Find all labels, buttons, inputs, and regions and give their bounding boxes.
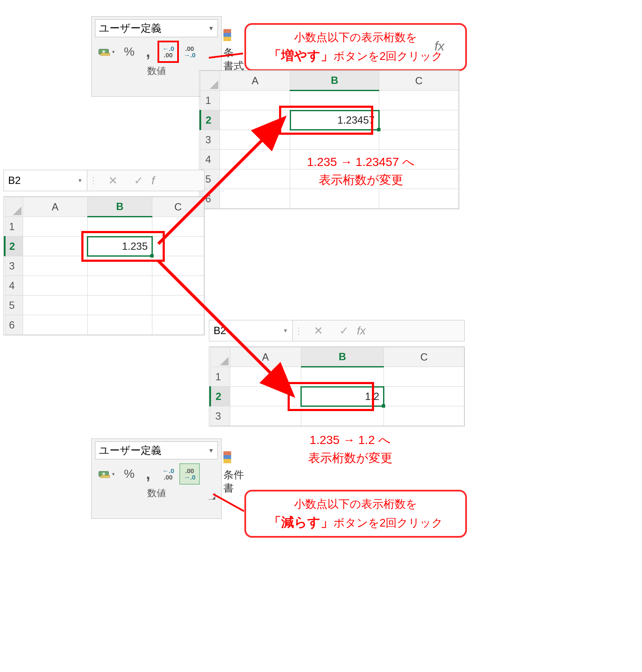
confirm-button[interactable]: ✓	[126, 170, 152, 191]
formula-bar: B2 ▼ ⋮ ✕ ✓ f	[3, 170, 205, 191]
col-header-a[interactable]: A	[230, 347, 301, 367]
inc-decimal-bot: .00	[164, 474, 173, 480]
drag-handle-icon[interactable]: ⋮	[89, 175, 98, 186]
fx-button[interactable]: f	[152, 170, 172, 191]
decrease-decimal-button[interactable]: .00 →.0	[180, 464, 199, 484]
svg-point-1	[102, 50, 105, 53]
drag-handle-icon[interactable]: ⋮	[294, 326, 304, 336]
sheet-left[interactable]: A B C 1 2 1.235 3 4 5 6	[3, 196, 205, 335]
confirm-button[interactable]: ✓	[331, 320, 357, 341]
row-header[interactable]: 3	[210, 406, 230, 426]
row-header[interactable]: 1	[200, 91, 220, 110]
svg-rect-2	[101, 53, 110, 56]
cell-b2[interactable]: 1.23457	[290, 110, 379, 130]
row-header[interactable]: 6	[5, 315, 23, 335]
row-header[interactable]: 4	[200, 150, 220, 169]
row-header[interactable]: 1	[5, 217, 23, 237]
cell-b2[interactable]: 1.235	[87, 237, 152, 256]
dec-decimal-bot: →.0	[184, 52, 196, 58]
col-header-b[interactable]: B	[87, 197, 152, 217]
svg-text:fx: fx	[434, 39, 445, 53]
row-header[interactable]: 5	[5, 296, 23, 315]
name-box[interactable]: B2 ▼	[4, 170, 87, 191]
col-header-c[interactable]: C	[384, 347, 464, 367]
name-box[interactable]: B2 ▼	[209, 320, 293, 341]
row-header[interactable]: 2	[200, 110, 220, 130]
comma-style-button[interactable]: ,	[140, 464, 157, 484]
cancel-button[interactable]: ✕	[306, 320, 331, 341]
number-format-combo[interactable]: ユーザー定義 ▼	[95, 19, 218, 37]
percent-style-button[interactable]: %	[121, 464, 138, 484]
row-header[interactable]: 3	[5, 256, 23, 276]
sheet-decrease-panel: B2 ▼ ⋮ ✕ ✓ fx A B C 1 2 1.2 3	[209, 320, 465, 426]
left-sheet-panel: B2 ▼ ⋮ ✕ ✓ f A B C 1 2 1.235 3 4 5 6	[3, 170, 205, 335]
chevron-down-icon: ▼	[111, 472, 116, 477]
annotation-increase: 1.235 → 1.23457 へ 表示桁数が変更	[273, 153, 449, 189]
dialog-launcher-icon[interactable]	[208, 493, 215, 500]
inc-decimal-top: ←.0	[162, 468, 174, 474]
svg-point-6	[102, 473, 105, 476]
money-icon	[98, 47, 110, 56]
inc-decimal-bot: .00	[164, 52, 173, 58]
row-header[interactable]: 3	[200, 130, 220, 150]
callout-decrease: 小数点以下の表示桁数を 「減らす」ボタンを2回クリック	[244, 490, 467, 538]
ribbon-number-group-bottom: ユーザー定義 ▼ ▼ % , ←.0 .00 .00 →.0 数値	[91, 438, 222, 519]
row-header[interactable]: 4	[5, 276, 23, 296]
fx-button[interactable]: fx	[357, 320, 383, 341]
number-format-combo[interactable]: ユーザー定義 ▼	[95, 441, 218, 459]
col-header-b[interactable]: B	[290, 71, 379, 91]
ribbon-side-text-top: 条 書式	[223, 29, 244, 73]
percent-style-button[interactable]: %	[121, 41, 138, 62]
percent-label: %	[124, 467, 135, 481]
formula-bar: B2 ▼ ⋮ ✕ ✓ fx	[209, 320, 465, 341]
name-box-value: B2	[214, 325, 226, 337]
ribbon-group-label: 数値	[95, 484, 218, 501]
accounting-format-button[interactable]: ▼	[95, 41, 119, 62]
cell-b2[interactable]: 1.2	[301, 387, 383, 406]
callout-dec-line2: 「減らす」ボタンを2回クリック	[254, 512, 458, 532]
ribbon-side-text-bottom: 条件 書	[223, 451, 244, 495]
row-header[interactable]: 1	[210, 367, 230, 387]
callout-dec-line1: 小数点以下の表示桁数を	[254, 496, 458, 512]
accounting-format-button[interactable]: ▼	[95, 464, 119, 484]
chevron-down-icon: ▼	[283, 328, 288, 334]
dec-decimal-bot: →.0	[184, 474, 196, 480]
chevron-down-icon: ▼	[77, 178, 83, 184]
name-box-value: B2	[8, 175, 21, 187]
dec-decimal-top: .00	[185, 45, 194, 52]
dropdown-arrow-icon: ▼	[208, 25, 214, 32]
dropdown-arrow-icon: ▼	[208, 447, 214, 454]
col-header-c[interactable]: C	[152, 197, 204, 217]
col-header-c[interactable]: C	[379, 71, 459, 91]
chevron-down-icon: ▼	[111, 50, 116, 54]
callout-inc-line2: 「増やす」ボタンを2回クリック	[254, 46, 458, 65]
select-all-corner[interactable]	[210, 347, 230, 367]
sheet-decrease[interactable]: A B C 1 2 1.2 3	[209, 346, 465, 426]
comma-label: ,	[146, 43, 150, 61]
fx-icon[interactable]: fx	[434, 38, 456, 55]
money-icon	[98, 469, 110, 479]
comma-label: ,	[146, 465, 150, 483]
row-header[interactable]: 2	[5, 237, 23, 256]
select-all-corner[interactable]	[5, 197, 23, 217]
increase-decimal-button[interactable]: ←.0 .00	[158, 464, 178, 484]
comma-style-button[interactable]: ,	[140, 41, 157, 62]
svg-rect-7	[101, 476, 110, 478]
row-header[interactable]: 2	[210, 387, 230, 406]
number-format-value: ユーザー定義	[99, 21, 161, 35]
callout-increase: 小数点以下の表示桁数を 「増やす」ボタンを2回クリック	[244, 23, 467, 71]
annotation-decrease: 1.235 → 1.2 へ 表示桁数が変更	[273, 431, 427, 467]
increase-decimal-button[interactable]: ←.0 .00	[158, 41, 178, 62]
col-header-a[interactable]: A	[23, 197, 87, 217]
select-all-corner[interactable]	[200, 71, 220, 91]
col-header-a[interactable]: A	[220, 71, 290, 91]
percent-label: %	[124, 45, 135, 59]
callout-inc-line1: 小数点以下の表示桁数を	[254, 29, 458, 46]
cancel-button[interactable]: ✕	[100, 170, 126, 191]
dec-decimal-top: .00	[185, 468, 194, 474]
col-header-b[interactable]: B	[301, 347, 383, 367]
inc-decimal-top: ←.0	[162, 45, 174, 52]
decrease-decimal-button[interactable]: .00 →.0	[180, 41, 199, 62]
number-format-value: ユーザー定義	[99, 444, 161, 457]
